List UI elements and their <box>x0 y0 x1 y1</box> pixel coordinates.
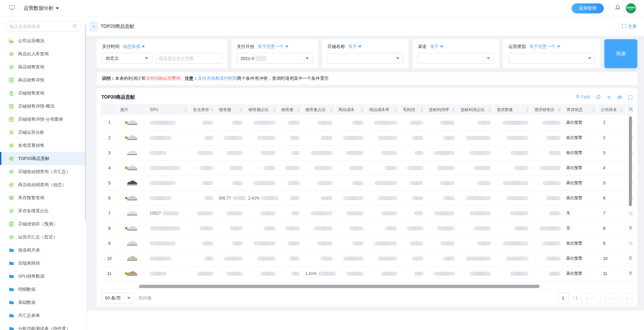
filter-value-select[interactable] <box>327 53 403 64</box>
table-fullscreen-icon[interactable] <box>628 95 633 100</box>
avatar[interactable]: SENMACom <box>626 3 636 13</box>
sidebar-item-14[interactable]: 库存各维度占比 <box>0 204 86 217</box>
column-header-销售额[interactable]: 销售额 <box>216 104 246 115</box>
table-search-t100-button[interactable]: T100 <box>576 95 590 100</box>
redacted-cell-value <box>260 151 276 155</box>
sidebar-scrollbar[interactable] <box>85 24 86 221</box>
column-header-贡献利润率[interactable]: 贡献利润率 <box>426 104 458 115</box>
sidebar-item-18[interactable]: 后端表跳转 <box>0 257 86 270</box>
sidebar-item-1[interactable]: 公司运营概况 <box>0 34 86 47</box>
cell-在仓库存 <box>190 175 216 190</box>
column-header-公司排名[interactable]: 公司排名 <box>598 104 626 115</box>
table-row[interactable]: 3低位预警3 <box>101 145 633 160</box>
sidebar-item-15[interactable]: 店铺进销存（预测） <box>0 217 86 230</box>
cell-销售额 <box>216 251 246 266</box>
product-image-cell <box>117 221 147 236</box>
column-header-销售量[interactable]: 销售量 <box>278 104 303 115</box>
cell-公司排名: 4 <box>598 160 626 175</box>
column-header-需求数量[interactable]: 需求数量 <box>494 104 531 115</box>
back-button[interactable]: ‹ <box>89 21 98 32</box>
sidebar-item-label: 店铺销售详情-分布图表 <box>18 116 63 122</box>
column-header-库存状态[interactable]: 库存状态 <box>564 104 598 115</box>
sidebar-item-8[interactable]: 店铺运营分析 <box>0 126 86 139</box>
table-row[interactable]: 4高位预警4 <box>101 160 633 175</box>
filter-operator[interactable]: 等于 <box>348 44 362 50</box>
horizontal-scrollbar[interactable] <box>139 285 540 288</box>
sidebar-item-7[interactable]: 店铺销售详情-分布图表 <box>0 113 86 126</box>
sidebar-item-4[interactable]: 商品销售详情 <box>0 73 86 87</box>
sidebar-item-12[interactable]: 商品低动销查询（动态） <box>0 178 86 191</box>
table-row[interactable]: 10高位预警10天 <box>101 251 633 266</box>
column-header-毛利润[interactable]: 毛利润 <box>400 104 426 115</box>
column-header-需求销售比[interactable]: 需求销售比 <box>531 104 564 115</box>
table-row[interactable]: 9低位预警9 <box>101 236 633 251</box>
page-number-input[interactable] <box>557 293 569 304</box>
column-header-贡献利润占比[interactable]: 贡献利润占比 <box>458 104 494 115</box>
filter-value-select[interactable] <box>418 53 494 64</box>
row-index: 1 <box>101 115 117 130</box>
sidebar-item-21[interactable]: 基础数据 <box>0 296 86 309</box>
sidebar-item-6[interactable]: 店铺销售详情-概况 <box>0 100 86 113</box>
column-header-TOP1店铺: TOP1店铺 <box>626 104 633 115</box>
sidebar-item-20[interactable]: 明细数据 <box>0 283 86 296</box>
next-page-button[interactable]: › <box>608 293 619 304</box>
table-row[interactable]: 5高位预警5 <box>101 175 633 190</box>
filter-operator[interactable]: 等于任意一个 <box>529 44 560 50</box>
visibility-icon[interactable] <box>617 95 622 99</box>
table-row[interactable]: 111.41%高位预警11天猫 <box>101 266 633 281</box>
bell-icon[interactable] <box>615 5 621 12</box>
table-row[interactable]: 1高位预警1 <box>101 115 633 130</box>
sidebar-item-16[interactable]: 运营月汇总（暂定） <box>0 230 86 243</box>
filter-operator[interactable]: 等于任意一个 <box>258 44 288 50</box>
filter-mode-select[interactable]: 自定义 <box>102 53 152 64</box>
column-header-SPU[interactable]: SPU <box>147 104 190 115</box>
sidebar-item-13[interactable]: 库存预警查询 <box>0 191 86 204</box>
filter-operator[interactable]: 动态筛选 <box>123 44 145 50</box>
vertical-scrollbar[interactable] <box>629 116 632 206</box>
sidebar-item-9[interactable]: 各维度看销售 <box>0 139 86 152</box>
redacted-cell-value <box>374 181 397 185</box>
sidebar-item-11[interactable]: 店铺低动销查询（月汇总） <box>0 165 86 178</box>
sidebar-item-17[interactable]: 推送相关表 <box>0 243 86 257</box>
sidebar-item-2[interactable]: 商品出入库查询 <box>0 47 86 60</box>
column-header-销售量占比[interactable]: 销售量占比 <box>303 104 335 115</box>
prev-page-button[interactable]: ‹ <box>595 293 606 304</box>
filter-value-select[interactable]: 2021-0 <box>237 53 313 64</box>
breadcrumb[interactable]: 运营数据分析 <box>23 5 59 11</box>
search-icon[interactable] <box>72 23 77 30</box>
sidebar-item-label: SPU销售数据 <box>18 273 45 279</box>
cell-商品成本 <box>335 266 366 281</box>
sidebar-item-19[interactable]: SPU销售数据 <box>0 270 86 283</box>
table-row[interactable]: 6505.772.41%高位预警6 <box>101 190 633 206</box>
sidebar-item-23[interactable]: 分析功能测试表（待作废） <box>0 322 86 330</box>
filter-value-select[interactable] <box>508 53 595 64</box>
table-row[interactable]: 710527无7 <box>101 206 633 221</box>
sidebar-search-input[interactable] <box>5 21 82 32</box>
cell-毛利润 <box>400 190 426 206</box>
table-row-partial <box>101 281 633 284</box>
sidebar-item-5[interactable]: 店铺销售查询 <box>0 87 86 100</box>
refresh-icon[interactable] <box>596 95 601 100</box>
column-header-在仓库存[interactable]: 在仓库存 <box>190 104 216 115</box>
app-manage-button[interactable]: 应用管理 <box>572 3 604 13</box>
column-header-商品成本率[interactable]: 商品成本率 <box>366 104 400 115</box>
cell-贡献利润率 <box>426 130 458 145</box>
cell-商品成本率 <box>366 145 400 160</box>
page-size-select[interactable]: 50 条/页 <box>101 293 133 304</box>
table-row[interactable]: 2低位预警2 <box>101 130 633 145</box>
sidebar-item-22[interactable]: 月汇总表单 <box>0 309 86 322</box>
sort-icon[interactable] <box>607 95 611 100</box>
last-page-button[interactable]: » <box>622 293 633 304</box>
sidebar-item-3[interactable]: 商品销售查询 <box>0 60 86 73</box>
custom-range-input[interactable] <box>155 53 222 64</box>
cell-销售额占比 <box>246 145 278 160</box>
filter-operator[interactable]: 等于 <box>430 44 443 50</box>
sidebar-item-10[interactable]: TOP20商品贡献 <box>0 152 86 165</box>
column-header-商品成本[interactable]: 商品成本 <box>335 104 366 115</box>
filter-submit-button[interactable]: 筛选 <box>604 39 637 68</box>
first-page-button[interactable]: « <box>582 293 592 304</box>
column-header-销售额占比[interactable]: 销售额占比 <box>246 104 278 115</box>
fullscreen-button[interactable]: 全屏 <box>622 23 637 30</box>
table-row[interactable]: 8无8天 <box>101 221 633 236</box>
monitor-icon[interactable] <box>9 5 15 12</box>
